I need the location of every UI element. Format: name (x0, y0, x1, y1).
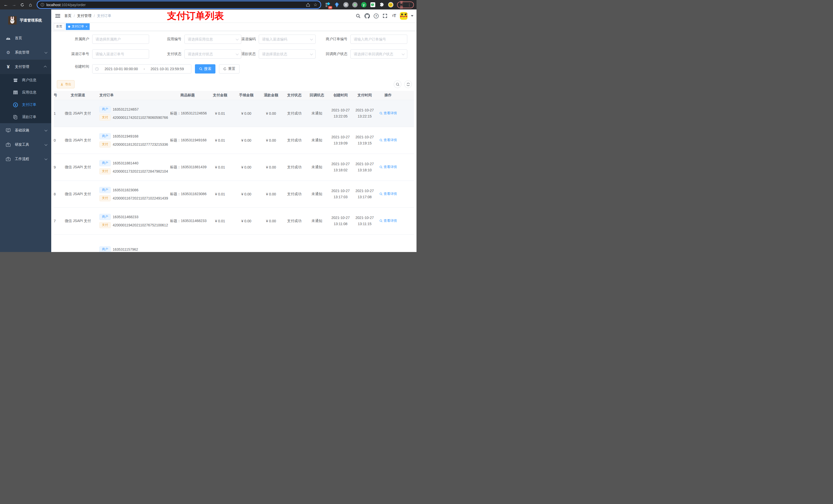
field-notify-status: 回调商户状态 (315, 49, 407, 58)
date-separator: - (144, 67, 145, 71)
browser-menu-dots-icon[interactable]: ⋮ (407, 3, 411, 7)
sidebar-item-home[interactable]: 首页 (0, 31, 51, 45)
view-detail-link[interactable]: 查看详情 (379, 111, 397, 116)
cell-id: 19 (54, 154, 64, 181)
breadcrumb-home[interactable]: 首页 (64, 14, 71, 18)
help-icon[interactable]: ? (373, 13, 379, 19)
share-icon[interactable] (306, 3, 310, 7)
table-row: 20 微信 JSAPI 支付 商户 1635311949168 支付 42000… (54, 127, 414, 154)
sidebar-item-app-info[interactable]: 应用信息 (0, 86, 51, 99)
pay-tag: 支付 (99, 168, 111, 174)
close-icon[interactable]: × (86, 25, 87, 28)
merchant-tag: 商户 (99, 246, 111, 252)
date-start: 2021-10-01 00:00:00 (100, 67, 143, 71)
merchant-tag: 商户 (99, 160, 111, 166)
extension-command-icon[interactable]: ⌘ (343, 2, 349, 8)
cell-pay-order: 商户 1635311157962 支付 (92, 234, 169, 252)
github-icon[interactable] (364, 13, 370, 19)
refresh-button[interactable] (404, 80, 412, 88)
cell-channel: 微信 JSAPI 支付 (64, 127, 92, 154)
cell-create-time: 2021-10-27 13:17:03 (328, 181, 353, 208)
hamburger-icon[interactable] (51, 14, 64, 18)
extension-gem-icon[interactable] (334, 2, 340, 8)
cell-pay-time: 2021-10-27 13:11:15 (353, 208, 377, 234)
channel-order-no-input[interactable] (92, 49, 149, 58)
url-text: localhost:1024/pay/order (46, 3, 86, 7)
merchant-order-line: 商户 1635311468233 (99, 214, 168, 220)
sidebar-item-infra[interactable]: 基础设施 (0, 123, 51, 138)
extension-grid-icon[interactable]: 10 (325, 2, 331, 8)
table-row: 18 微信 JSAPI 支付 商户 1635311823086 支付 42000… (54, 181, 414, 208)
cell-fee: ¥ 0.00 (234, 154, 259, 181)
table-header: 编号 支付渠道 支付订单 商品标题 支付金额 手续金额 退款金额 支付状态 回调… (54, 91, 414, 100)
app-logo[interactable]: 芋道管理系统 (0, 9, 51, 31)
channel-code-select[interactable] (259, 34, 315, 44)
cell-fee (234, 234, 259, 252)
payment-submenu: 商户信息 应用信息 ¥ 支付订单 (0, 74, 51, 123)
cell-id: 20 (54, 127, 64, 154)
bookmark-star-icon[interactable]: ☆ (313, 3, 317, 7)
reload-icon[interactable] (19, 2, 26, 8)
toggle-search-button[interactable] (394, 80, 401, 88)
pay-status-select[interactable] (185, 49, 241, 58)
tags-view: 首页 支付订单 × (51, 22, 416, 31)
update-button[interactable]: 更新 ⋮ (397, 2, 414, 8)
extension-record-icon[interactable] (352, 2, 358, 8)
merchant-order-line: 商户 1635311881440 (99, 160, 168, 166)
cell-amount: ¥ 0.01 (206, 154, 234, 181)
profile-avatar-icon[interactable] (388, 2, 394, 8)
extension-y-icon[interactable]: y (361, 2, 366, 8)
search-form: 所属商户 应用编号 (54, 34, 414, 73)
breadcrumb-payment[interactable]: 支付管理 (77, 14, 91, 18)
home-icon[interactable]: ⌂ (27, 2, 34, 8)
extension-chat-icon[interactable] (370, 2, 376, 8)
puzzle-extensions-icon[interactable] (379, 2, 384, 8)
sidebar-item-pay-order[interactable]: ¥ 支付订单 (0, 99, 51, 111)
gear-icon: ⚙ (5, 50, 11, 55)
sidebar-item-workflow[interactable]: 工作流程 (0, 152, 51, 166)
sidebar-item-label: 应用信息 (22, 90, 37, 95)
cell-title: 标题：1635311949168 (169, 127, 206, 154)
tab-home[interactable]: 首页 (54, 23, 65, 30)
app-id-select[interactable] (185, 34, 241, 44)
filter-row-2: 渠道订单号 支付状态 (54, 49, 414, 58)
sidebar-item-label: 系统管理 (15, 50, 29, 55)
view-detail-link[interactable]: 查看详情 (379, 165, 397, 169)
search-icon[interactable] (355, 13, 361, 19)
font-size-icon[interactable]: TT (391, 13, 397, 19)
field-merchant-order-no: 商户订单编号 (315, 34, 407, 44)
sidebar-item-merchant-info[interactable]: 商户信息 (0, 74, 51, 86)
cell-pay-status: 支付成功 (283, 100, 305, 127)
view-detail-link[interactable]: 查看详情 (379, 192, 397, 196)
orders-tbody: 21 微信 JSAPI 支付 商户 1635312124657 支付 42000… (54, 100, 414, 252)
tab-pay-order[interactable]: 支付订单 × (66, 23, 90, 30)
navbar-actions: ? TT (355, 12, 416, 20)
export-button[interactable]: 导出 (57, 80, 74, 88)
address-bar[interactable]: localhost:1024/pay/order ☆ (38, 1, 320, 8)
cell-channel: 微信 JSAPI 支付 (64, 208, 92, 234)
create-time-range-picker[interactable]: 2021-10-01 00:00:00 - 2021-10-31 23:59:5… (92, 64, 191, 73)
sidebar-item-system[interactable]: ⚙ 系统管理 (0, 45, 51, 60)
reset-button[interactable]: 重置 (219, 64, 239, 73)
view-detail-link[interactable]: 查看详情 (379, 138, 397, 142)
merchant-order-no-input[interactable] (351, 34, 407, 44)
site-info-icon[interactable] (41, 3, 44, 7)
forward-icon[interactable]: → (11, 2, 18, 8)
main-area: 首页 / 支付管理 / 支付订单 支付订单列表 ? (51, 9, 416, 252)
notify-status-select[interactable] (351, 49, 407, 58)
sidebar-item-devtools[interactable]: 研发工具 (0, 138, 51, 152)
user-avatar[interactable] (400, 12, 407, 20)
cell-pay-order: 商户 1635311881440 支付 42000011732021102728… (92, 154, 169, 181)
fullscreen-icon[interactable] (382, 13, 388, 19)
back-icon[interactable]: ← (3, 2, 9, 8)
refund-status-select[interactable] (259, 49, 315, 58)
merchant-input[interactable] (92, 34, 149, 44)
cell-amount (206, 234, 234, 252)
cell-refund: ¥ 0.00 (259, 154, 283, 181)
sidebar-item-refund-order[interactable]: 退款订单 (0, 111, 51, 123)
pay-order-line: 支付 4200001174202110278060590766 (99, 115, 168, 121)
sidebar-item-payment[interactable]: ¥ 支付管理 (0, 60, 51, 74)
view-detail-link[interactable]: 查看详情 (379, 218, 397, 223)
avatar-caret-icon[interactable] (411, 15, 413, 17)
search-button[interactable]: 搜索 (195, 64, 215, 73)
